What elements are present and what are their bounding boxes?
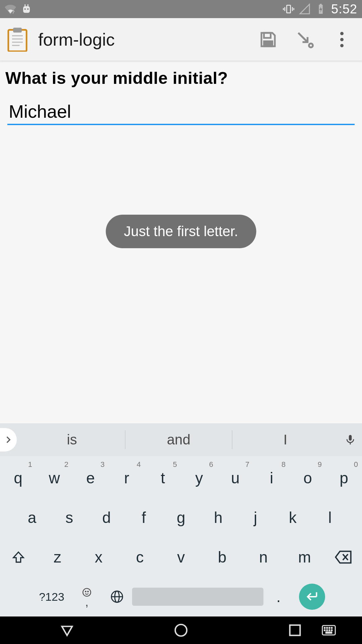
key-s[interactable]: s xyxy=(51,498,88,537)
svg-rect-21 xyxy=(264,41,273,46)
svg-rect-5 xyxy=(27,4,28,7)
clipboard-icon xyxy=(7,27,28,52)
svg-rect-6 xyxy=(287,5,290,13)
key-w[interactable]: w2 xyxy=(36,458,72,498)
key-h[interactable]: h xyxy=(200,498,237,537)
app-bar: form-logic xyxy=(0,18,362,61)
key-space[interactable] xyxy=(132,577,263,616)
enter-icon xyxy=(299,584,325,610)
cell-signal-icon xyxy=(299,3,310,15)
key-symbols[interactable]: ?123 xyxy=(32,577,72,616)
svg-point-29 xyxy=(87,591,88,592)
toast-message: Just the first letter. xyxy=(106,215,256,248)
key-language[interactable] xyxy=(102,577,132,616)
key-shift[interactable] xyxy=(0,537,37,577)
svg-rect-45 xyxy=(326,632,332,633)
key-r[interactable]: r4 xyxy=(109,458,145,498)
status-left-group: ? xyxy=(5,3,32,15)
key-p[interactable]: p0 xyxy=(326,458,362,498)
key-b[interactable]: b xyxy=(201,537,243,577)
svg-rect-1 xyxy=(23,6,30,13)
vibrate-icon xyxy=(283,3,294,15)
android-nav-bar xyxy=(0,616,362,644)
key-m[interactable]: m xyxy=(284,537,325,577)
svg-text:?: ? xyxy=(12,9,14,15)
svg-point-2 xyxy=(24,8,26,10)
svg-point-44 xyxy=(331,630,332,631)
svg-point-3 xyxy=(27,8,29,10)
svg-point-43 xyxy=(329,630,330,631)
save-button[interactable] xyxy=(258,30,278,50)
key-rows: q1 w2 e3 r4 t5 y6 u7 i8 o9 p0 a s d f g … xyxy=(0,456,362,616)
suggestion-2[interactable]: and xyxy=(125,432,232,448)
svg-point-42 xyxy=(326,630,327,631)
key-row-3: z x c v b n m xyxy=(0,537,362,577)
key-y[interactable]: y6 xyxy=(181,458,217,498)
question-label: What is your middle initial? xyxy=(5,68,357,89)
svg-point-34 xyxy=(175,625,187,636)
key-j[interactable]: j xyxy=(237,498,274,537)
key-backspace[interactable] xyxy=(325,537,362,577)
key-o[interactable]: o9 xyxy=(290,458,326,498)
answer-input[interactable] xyxy=(7,101,355,125)
suggestion-expand-button[interactable] xyxy=(0,428,17,451)
key-emoji[interactable]: , xyxy=(72,577,102,616)
skip-arrow-button[interactable] xyxy=(295,30,315,50)
key-e[interactable]: e3 xyxy=(72,458,109,498)
status-clock: 5:52 xyxy=(331,2,357,16)
battery-icon xyxy=(315,3,326,15)
answer-input-wrap xyxy=(5,101,357,125)
mic-icon[interactable] xyxy=(339,432,362,447)
suggestion-3[interactable]: I xyxy=(232,432,339,448)
key-enter[interactable] xyxy=(294,577,330,616)
overflow-menu-button[interactable] xyxy=(332,30,352,50)
nav-back-button[interactable] xyxy=(42,623,92,638)
key-g[interactable]: g xyxy=(162,498,199,537)
nav-ime-switch-button[interactable] xyxy=(304,625,354,636)
svg-point-28 xyxy=(85,591,86,592)
suggestion-1[interactable]: is xyxy=(19,432,125,448)
wifi-icon: ? xyxy=(5,3,16,15)
key-i[interactable]: i8 xyxy=(253,458,290,498)
key-n[interactable]: n xyxy=(243,537,284,577)
key-period[interactable]: . xyxy=(263,577,294,616)
svg-rect-35 xyxy=(290,625,300,636)
svg-point-40 xyxy=(331,628,332,629)
svg-point-39 xyxy=(329,628,330,629)
status-right-group: 5:52 xyxy=(283,2,357,16)
suggestion-bar: is and I xyxy=(0,423,362,456)
form-content: What is your middle initial? xyxy=(0,61,362,125)
key-x[interactable]: x xyxy=(78,537,119,577)
svg-rect-14 xyxy=(8,30,26,51)
svg-rect-12 xyxy=(320,4,322,5)
key-row-1: q1 w2 e3 r4 t5 y6 u7 i8 o9 p0 xyxy=(0,458,362,498)
key-k[interactable]: k xyxy=(274,498,311,537)
key-t[interactable]: t5 xyxy=(145,458,181,498)
svg-point-38 xyxy=(326,628,327,629)
key-v[interactable]: v xyxy=(161,537,202,577)
svg-rect-4 xyxy=(24,4,25,7)
svg-marker-33 xyxy=(62,627,72,636)
key-a[interactable]: a xyxy=(13,498,51,537)
key-f[interactable]: f xyxy=(125,498,162,537)
key-u[interactable]: u7 xyxy=(217,458,253,498)
key-q[interactable]: q1 xyxy=(0,458,36,498)
svg-rect-23 xyxy=(349,435,352,441)
svg-rect-15 xyxy=(13,28,22,32)
key-row-4: ?123 , . xyxy=(0,577,362,616)
nav-home-button[interactable] xyxy=(156,623,206,638)
app-title: form-logic xyxy=(38,30,258,50)
svg-point-37 xyxy=(324,628,325,629)
key-l[interactable]: l xyxy=(311,498,349,537)
android-debug-icon xyxy=(21,3,32,15)
app-bar-actions xyxy=(258,30,352,50)
key-c[interactable]: c xyxy=(119,537,161,577)
key-z[interactable]: z xyxy=(37,537,78,577)
key-row-2: a s d f g h j k l xyxy=(0,498,362,537)
key-d[interactable]: d xyxy=(88,498,125,537)
svg-rect-20 xyxy=(264,33,271,38)
soft-keyboard: is and I q1 w2 e3 r4 t5 y6 u7 i8 o9 p0 a… xyxy=(0,423,362,616)
svg-point-22 xyxy=(309,43,313,47)
android-status-bar: ? 5:52 xyxy=(0,0,362,18)
svg-point-41 xyxy=(324,630,325,631)
